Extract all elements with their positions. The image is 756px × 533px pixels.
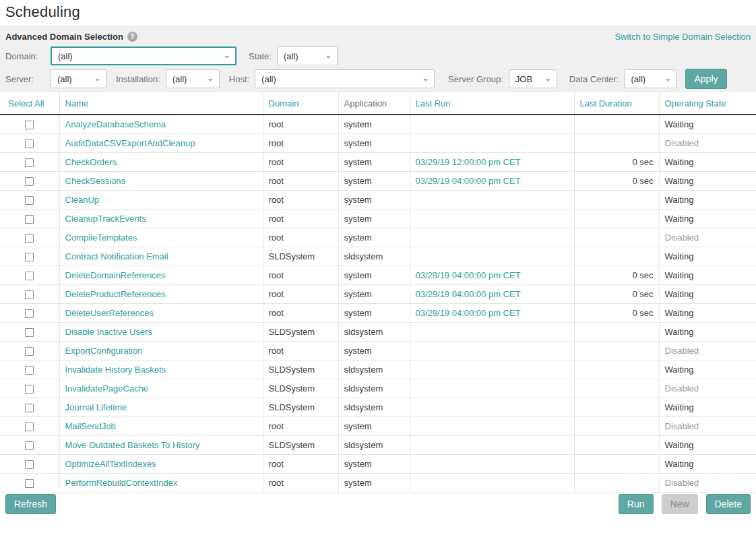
job-name-link[interactable]: DeleteUserReferences	[65, 308, 154, 318]
switch-to-simple-domain-selection-link[interactable]: Switch to Simple Domain Selection	[615, 32, 751, 42]
row-checkbox[interactable]	[25, 234, 34, 243]
row-checkbox[interactable]	[25, 196, 34, 205]
row-checkbox[interactable]	[25, 139, 34, 148]
row-checkbox[interactable]	[25, 366, 34, 375]
server-group-select[interactable]: JOB ⌄	[509, 69, 557, 88]
job-application-cell: sldsystem	[338, 247, 410, 265]
row-checkbox[interactable]	[25, 404, 34, 412]
job-last-run-cell: 03/29/19 04:00:00 pm CET	[410, 303, 574, 322]
table-row: DeleteProductReferencesrootsystem03/29/1…	[0, 284, 756, 303]
row-checkbox[interactable]	[25, 177, 34, 186]
row-checkbox[interactable]	[25, 422, 34, 431]
job-name-link[interactable]: Journal Lifetime	[65, 402, 127, 412]
table-row: CleanUprootsystemWaiting	[0, 190, 756, 209]
job-name-link[interactable]: DeleteDomainReferences	[65, 270, 166, 280]
job-last-duration-cell: 0 sec	[574, 152, 659, 171]
apply-button[interactable]: Apply	[685, 69, 726, 89]
select-all-header[interactable]: Select All	[0, 92, 59, 115]
run-button[interactable]: Run	[619, 494, 654, 514]
job-domain-cell: SLDSystem	[263, 247, 338, 265]
row-checkbox[interactable]	[25, 215, 34, 224]
job-last-duration-cell: 0 sec	[574, 171, 659, 190]
row-checkbox-cell	[0, 284, 59, 303]
job-last-duration-cell	[574, 133, 659, 152]
server-group-select-value: JOB	[515, 74, 532, 84]
job-last-run-cell	[410, 228, 574, 247]
job-operating-state-cell: Waiting	[659, 247, 756, 265]
server-select[interactable]: (all) ⌄	[51, 69, 106, 88]
job-name-link[interactable]: MailSendJob	[65, 421, 116, 431]
row-checkbox-cell	[0, 341, 59, 360]
data-center-select-value: (all)	[631, 74, 645, 84]
data-center-select[interactable]: (all) ⌄	[624, 69, 676, 88]
row-checkbox[interactable]	[25, 460, 34, 469]
job-name-link[interactable]: InvalidatePageCache	[65, 383, 149, 394]
job-last-duration-cell	[574, 435, 659, 454]
host-select[interactable]: (all) ⌄	[255, 69, 435, 88]
job-last-run-cell	[410, 247, 574, 265]
job-name-link[interactable]: CleanupTrackEvents	[65, 214, 146, 224]
job-name-link[interactable]: AnalyzeDatabaseSchema	[65, 119, 166, 129]
server-label: Server:	[5, 74, 51, 84]
row-checkbox[interactable]	[25, 328, 34, 337]
row-checkbox[interactable]	[25, 253, 34, 261]
job-application-cell: system	[338, 284, 410, 303]
domain-select[interactable]: (all) ⌄	[51, 46, 237, 65]
state-select[interactable]: (all) ⌄	[277, 46, 338, 65]
job-name-link[interactable]: CheckSessions	[65, 176, 126, 186]
row-checkbox[interactable]	[25, 347, 34, 356]
job-name-link[interactable]: Move Outdated Baskets To History	[65, 440, 200, 450]
refresh-button[interactable]: Refresh	[5, 494, 56, 514]
row-checkbox-cell	[0, 171, 59, 190]
job-operating-state-cell: Waiting	[659, 265, 756, 284]
job-application-cell: system	[338, 303, 410, 322]
row-checkbox[interactable]	[25, 272, 34, 280]
job-name-cell: Disable Inactive Users	[59, 322, 263, 341]
job-name-link[interactable]: PerformRebuildContextIndex	[65, 478, 178, 488]
chevron-down-icon: ⌄	[664, 73, 672, 82]
operating-state-column-header[interactable]: Operating State	[659, 92, 756, 115]
row-checkbox[interactable]	[25, 121, 34, 129]
chevron-down-icon: ⌄	[422, 73, 429, 82]
table-row: OptimizeAllTextIndexesrootsystemWaiting	[0, 454, 756, 473]
job-operating-state-cell: Waiting	[659, 454, 756, 473]
filter-row-2: Server: (all) ⌄ Installation: (all) ⌄ Ho…	[5, 69, 751, 88]
name-column-header[interactable]: Name	[59, 92, 263, 115]
installation-select[interactable]: (all) ⌄	[166, 69, 220, 88]
delete-button[interactable]: Delete	[706, 494, 751, 514]
help-icon[interactable]: ?	[127, 32, 137, 42]
row-checkbox[interactable]	[25, 309, 34, 318]
job-last-run-cell	[410, 209, 574, 228]
job-name-link[interactable]: DeleteProductReferences	[65, 289, 166, 299]
row-checkbox[interactable]	[25, 385, 34, 394]
row-checkbox[interactable]	[25, 158, 34, 167]
job-operating-state-cell: Waiting	[659, 303, 756, 322]
row-checkbox[interactable]	[25, 441, 34, 450]
job-application-cell: system	[338, 341, 410, 360]
new-button[interactable]: New	[662, 494, 698, 514]
job-last-duration-cell	[574, 398, 659, 416]
domain-column-header[interactable]: Domain	[263, 92, 338, 115]
job-name-link[interactable]: Disable Inactive Users	[65, 327, 152, 337]
job-name-link[interactable]: CompileTemplates	[65, 232, 137, 243]
last-run-column-header[interactable]: Last Run	[410, 92, 574, 115]
row-checkbox[interactable]	[25, 290, 34, 299]
job-name-link[interactable]: Invalidate History Baskets	[65, 365, 166, 375]
job-name-cell: Invalidate History Baskets	[59, 360, 263, 379]
job-name-link[interactable]: CleanUp	[65, 195, 100, 205]
job-name-link[interactable]: Contract Notification Email	[65, 251, 168, 261]
job-name-link[interactable]: AuditDataCSVExportAndCleanup	[65, 138, 195, 148]
job-application-cell: system	[338, 265, 410, 284]
last-duration-column-header[interactable]: Last Duration	[574, 92, 659, 115]
job-name-link[interactable]: CheckOrders	[65, 157, 117, 167]
row-checkbox-cell	[0, 379, 59, 398]
job-name-cell: MailSendJob	[59, 416, 263, 435]
job-last-duration-cell	[574, 416, 659, 435]
job-application-cell: system	[338, 454, 410, 473]
job-last-run-cell	[410, 454, 574, 473]
application-column-header: Application	[338, 92, 410, 115]
row-checkbox[interactable]	[25, 479, 34, 488]
row-checkbox-cell	[0, 209, 59, 228]
job-name-link[interactable]: ExportConfiguration	[65, 346, 143, 356]
job-name-link[interactable]: OptimizeAllTextIndexes	[65, 459, 156, 469]
